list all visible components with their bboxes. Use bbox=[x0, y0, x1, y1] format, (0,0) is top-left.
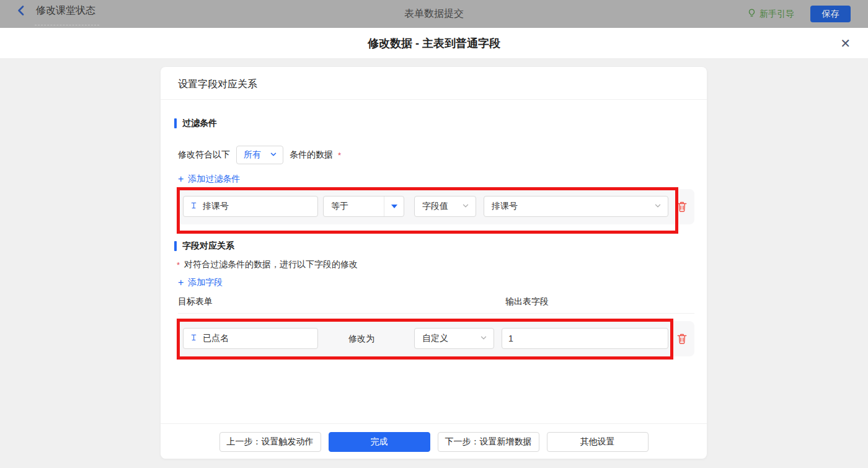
done-button[interactable]: 完成 bbox=[329, 432, 430, 452]
column-target-form: 目标表单 bbox=[178, 296, 213, 306]
plus-icon: + bbox=[178, 175, 184, 183]
field-mapping-row: 修改为 自定义 bbox=[178, 321, 694, 356]
save-button[interactable]: 保存 bbox=[810, 6, 851, 22]
mapping-note-text: 对符合过滤条件的数据，进行以下字段的修改 bbox=[184, 259, 358, 270]
operator-dropdown-button[interactable] bbox=[384, 196, 404, 216]
card-title: 设置字段对应关系 bbox=[178, 78, 257, 91]
modify-to-label: 修改为 bbox=[348, 333, 374, 345]
filter-compare-value-select[interactable]: 排课号 bbox=[484, 196, 668, 217]
back-button[interactable] bbox=[16, 5, 26, 18]
prev-step-button[interactable]: 上一步：设置触发动作 bbox=[219, 432, 321, 452]
target-field-input[interactable] bbox=[183, 328, 318, 349]
text-field-type-icon bbox=[190, 201, 198, 211]
modal-title: 修改数据 - 主表到普通字段 bbox=[368, 36, 500, 51]
settings-card: 设置字段对应关系 过滤条件 修改符合以下 所有 条件的数据 * + 添加过滤条件 bbox=[161, 67, 707, 459]
divider bbox=[161, 423, 707, 424]
lightbulb-icon bbox=[747, 8, 756, 20]
section-bar-icon bbox=[174, 118, 177, 128]
beginner-guide-link[interactable]: 新手引导 bbox=[747, 8, 794, 20]
divider bbox=[161, 99, 707, 100]
sentence-suffix: 条件的数据 bbox=[290, 149, 333, 161]
add-field-link[interactable]: + 添加字段 bbox=[178, 277, 223, 288]
filter-operator-value: 等于 bbox=[324, 201, 384, 212]
other-settings-button[interactable]: 其他设置 bbox=[547, 432, 649, 452]
mapping-note: * 对符合过滤条件的数据，进行以下字段的修改 bbox=[178, 259, 358, 270]
plus-icon: + bbox=[178, 278, 184, 287]
chevron-down-icon bbox=[462, 201, 469, 211]
add-filter-condition-link[interactable]: + 添加过滤条件 bbox=[178, 174, 240, 185]
page-title: 表单数据提交 bbox=[0, 0, 868, 28]
column-output-fields: 输出表字段 bbox=[505, 296, 549, 307]
filter-condition-row: 等于 字段值 排课号 bbox=[178, 189, 694, 224]
top-bar: 修改课堂状态 表单数据提交 新手引导 保存 bbox=[0, 0, 868, 28]
beginner-guide-label: 新手引导 bbox=[760, 9, 794, 20]
section-bar-icon bbox=[174, 241, 177, 251]
modal-header: 修改数据 - 主表到普通字段 ✕ bbox=[0, 28, 868, 59]
required-mark: * bbox=[177, 260, 180, 270]
next-step-button[interactable]: 下一步：设置新增数据 bbox=[438, 432, 539, 452]
match-mode-select[interactable]: 所有 bbox=[236, 146, 283, 164]
target-field-value[interactable] bbox=[203, 333, 311, 343]
custom-value-input-box[interactable] bbox=[502, 328, 668, 349]
required-mark: * bbox=[338, 151, 341, 160]
chevron-down-icon bbox=[270, 150, 277, 160]
workflow-title[interactable]: 修改课堂状态 bbox=[35, 3, 99, 25]
mapping-column-headers: 目标表单 输出表字段 bbox=[178, 296, 694, 307]
modal-body: 设置字段对应关系 过滤条件 修改符合以下 所有 条件的数据 * + 添加过滤条件 bbox=[0, 60, 868, 468]
chevron-down-icon bbox=[654, 201, 662, 211]
value-mode-select[interactable]: 自定义 bbox=[414, 328, 494, 349]
match-mode-value: 所有 bbox=[244, 149, 261, 161]
filter-value-type-select[interactable]: 字段值 bbox=[414, 196, 476, 217]
filter-field-input[interactable] bbox=[183, 196, 318, 217]
divider bbox=[178, 313, 694, 314]
triangle-down-icon bbox=[391, 205, 397, 208]
filter-section-title: 过滤条件 bbox=[174, 118, 217, 129]
chevron-down-icon bbox=[480, 333, 487, 343]
filter-value-type: 字段值 bbox=[422, 201, 448, 212]
filter-field-value[interactable] bbox=[203, 201, 311, 211]
chevron-left-icon bbox=[16, 5, 26, 18]
filter-compare-value: 排课号 bbox=[492, 201, 518, 212]
close-icon[interactable]: ✕ bbox=[838, 35, 853, 51]
text-field-type-icon bbox=[190, 333, 198, 343]
filter-match-sentence: 修改符合以下 所有 条件的数据 * bbox=[178, 146, 341, 164]
delete-field-icon[interactable] bbox=[676, 332, 688, 345]
sentence-prefix: 修改符合以下 bbox=[178, 149, 230, 161]
card-footer: 上一步：设置触发动作 完成 下一步：设置新增数据 其他设置 bbox=[161, 432, 707, 452]
value-mode: 自定义 bbox=[422, 333, 448, 344]
mapping-section-title: 字段对应关系 bbox=[174, 241, 234, 252]
delete-filter-icon[interactable] bbox=[676, 200, 688, 213]
custom-value-input[interactable] bbox=[508, 333, 662, 343]
filter-operator-select[interactable]: 等于 bbox=[323, 196, 404, 217]
